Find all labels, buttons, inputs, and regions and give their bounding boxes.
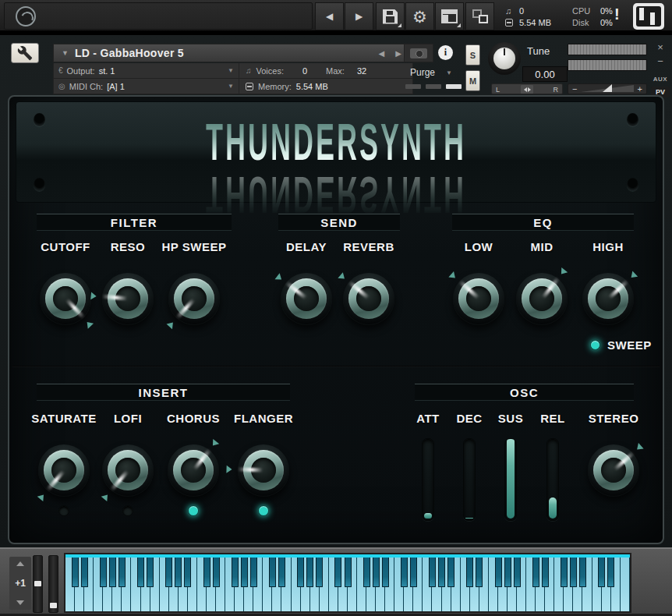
piano-key-black[interactable] xyxy=(118,554,126,587)
piano-key-black[interactable] xyxy=(429,554,436,587)
decay-slider[interactable] xyxy=(463,438,476,521)
lofi-knob[interactable] xyxy=(102,444,154,496)
snapshot-button[interactable] xyxy=(404,44,433,62)
attack-slider[interactable] xyxy=(422,438,434,521)
piano-key-black[interactable] xyxy=(570,554,577,587)
piano-key-black[interactable] xyxy=(306,554,313,587)
piano-key-black[interactable] xyxy=(278,554,285,587)
piano-key-black[interactable] xyxy=(504,554,511,587)
mod-wheel-handle[interactable] xyxy=(50,603,57,608)
sustain-slider[interactable] xyxy=(504,438,517,521)
piano-key-black[interactable] xyxy=(495,554,502,587)
pitch-wheel[interactable] xyxy=(33,555,43,613)
piano-key-black[interactable] xyxy=(137,554,144,587)
instrument-dropdown-icon[interactable]: ▼ xyxy=(62,49,69,57)
piano-key-black[interactable] xyxy=(269,554,276,587)
piano-key-black[interactable] xyxy=(579,554,586,587)
reverb-knob[interactable] xyxy=(343,273,394,324)
release-slider[interactable] xyxy=(546,438,559,521)
piano-key-black[interactable] xyxy=(72,554,79,587)
volume-minus[interactable]: − xyxy=(572,84,577,94)
piano-key-black[interactable] xyxy=(466,554,473,587)
keyboard-keys[interactable] xyxy=(64,553,631,613)
output-select[interactable]: € Output: st. 1 ▼ xyxy=(54,63,239,78)
volume-slider[interactable]: − + xyxy=(568,83,647,94)
pan-slider[interactable]: L R xyxy=(491,83,563,94)
piano-key-black[interactable] xyxy=(232,554,239,587)
chorus-knob[interactable] xyxy=(168,444,219,496)
piano-key-black[interactable] xyxy=(109,554,116,587)
transpose-control[interactable]: +1 xyxy=(9,557,31,610)
kontakt-logo-icon[interactable] xyxy=(16,6,36,27)
nav-forward-button[interactable]: ▶ xyxy=(345,2,373,30)
piano-key-black[interactable] xyxy=(514,554,521,587)
piano-key-black[interactable] xyxy=(476,554,483,587)
options-button[interactable]: ⚙ xyxy=(405,2,434,30)
instrument-title-bar[interactable]: ▼ LD - GabbaHoover 5 ◀ ▶ xyxy=(53,44,413,62)
flanger-knob[interactable] xyxy=(238,444,289,496)
piano-key-black[interactable] xyxy=(100,554,107,587)
piano-key-black[interactable] xyxy=(213,554,220,587)
volume-plus[interactable]: + xyxy=(638,84,642,94)
workspace-button[interactable] xyxy=(435,2,464,30)
piano-key-black[interactable] xyxy=(542,554,549,587)
piano-key-black[interactable] xyxy=(598,554,605,587)
saturate-knob[interactable] xyxy=(38,444,90,496)
info-button[interactable]: i xyxy=(438,45,453,60)
saturate-led[interactable] xyxy=(58,505,69,516)
prev-instrument-icon[interactable]: ◀ xyxy=(379,49,385,58)
piano-key-black[interactable] xyxy=(447,554,454,587)
piano-key-black[interactable] xyxy=(363,554,370,587)
piano-key-black[interactable] xyxy=(203,554,210,587)
piano-key-black[interactable] xyxy=(184,554,191,587)
edit-instrument-button[interactable] xyxy=(11,43,39,63)
piano-key-black[interactable] xyxy=(345,554,352,587)
piano-key-black[interactable] xyxy=(241,554,248,587)
piano-key-black[interactable] xyxy=(250,554,257,587)
pitch-wheel-handle[interactable] xyxy=(34,581,41,586)
mod-wheel[interactable] xyxy=(48,555,58,613)
transpose-up-icon[interactable] xyxy=(16,561,24,566)
piano-key-white[interactable] xyxy=(621,554,630,611)
eq-mid-knob[interactable] xyxy=(516,273,568,324)
sweep-led[interactable] xyxy=(590,340,600,350)
next-instrument-icon[interactable]: ▶ xyxy=(395,49,401,58)
solo-button[interactable]: S xyxy=(465,44,480,65)
piano-key-black[interactable] xyxy=(410,554,417,587)
hp-sweep-knob[interactable] xyxy=(168,273,220,324)
piano-key-black[interactable] xyxy=(334,554,341,587)
piano-key-black[interactable] xyxy=(175,554,182,587)
tune-knob[interactable] xyxy=(488,42,521,75)
nav-back-button[interactable]: ◀ xyxy=(315,2,344,30)
piano-key-black[interactable] xyxy=(316,554,323,587)
piano-key-black[interactable] xyxy=(382,554,389,587)
piano-key-black[interactable] xyxy=(373,554,380,587)
eq-high-knob[interactable] xyxy=(582,273,634,324)
save-button[interactable] xyxy=(376,2,405,30)
mute-button[interactable]: M xyxy=(465,70,480,91)
piano-key-black[interactable] xyxy=(81,554,88,587)
transpose-down-icon[interactable] xyxy=(16,600,24,605)
pan-center-handle[interactable] xyxy=(521,85,533,94)
piano-key-black[interactable] xyxy=(561,554,568,587)
purge-menu[interactable]: Purge ▼ xyxy=(404,64,457,81)
lofi-led[interactable] xyxy=(122,505,133,516)
close-instrument-button[interactable]: × xyxy=(651,41,670,53)
midi-channel-select[interactable]: ◎ MIDI Ch: [A] 1 ▼ xyxy=(54,79,239,94)
piano-key-black[interactable] xyxy=(147,554,154,587)
reso-knob[interactable] xyxy=(102,273,154,324)
windows-button[interactable] xyxy=(465,2,494,30)
flanger-led[interactable] xyxy=(258,505,269,516)
piano-key-black[interactable] xyxy=(401,554,408,587)
piano-key-black[interactable] xyxy=(165,554,172,587)
alert-indicator[interactable]: ! xyxy=(614,5,620,23)
minimize-instrument-button[interactable]: − xyxy=(651,55,670,67)
eq-low-knob[interactable] xyxy=(453,273,504,324)
cutoff-knob[interactable] xyxy=(40,273,91,324)
chorus-led[interactable] xyxy=(188,505,199,516)
ni-logo[interactable] xyxy=(633,3,664,30)
piano-key-black[interactable] xyxy=(438,554,445,587)
piano-key-black[interactable] xyxy=(532,554,539,587)
delay-knob[interactable] xyxy=(281,273,332,324)
stereo-knob[interactable] xyxy=(588,444,639,496)
